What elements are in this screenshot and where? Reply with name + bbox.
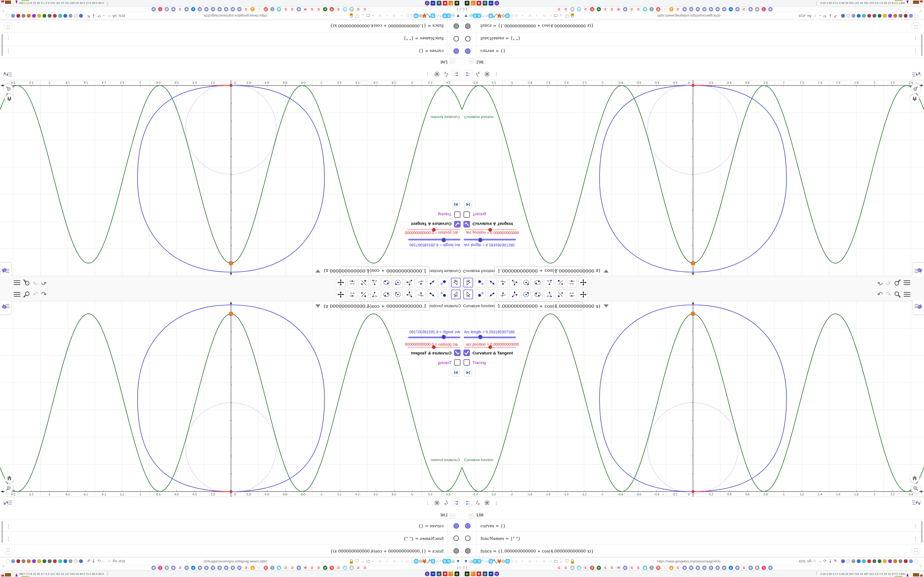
tab-favicon[interactable]: W: [303, 7, 308, 11]
extension-icon[interactable]: 🔒: [349, 559, 354, 564]
extension-icon[interactable]: [841, 559, 845, 563]
main-menu-button[interactable]: [904, 291, 910, 298]
taskbar-app-5[interactable]: 64: [431, 1, 435, 5]
tab-favicon[interactable]: ○: [257, 7, 262, 11]
tree-view-button[interactable]: [452, 499, 460, 507]
extension-icon[interactable]: [16, 559, 20, 563]
tab-favicon[interactable]: G: [564, 7, 568, 11]
curvature-tangent-checkbox[interactable]: [464, 221, 470, 227]
tab-favicon[interactable]: W: [303, 566, 308, 570]
extension-icon[interactable]: [877, 14, 882, 18]
circle-tool-button[interactable]: [393, 278, 403, 287]
undo-button[interactable]: ↶: [41, 291, 47, 298]
extension-icon[interactable]: [21, 14, 26, 18]
tab-favicon[interactable]: Я: [656, 7, 661, 11]
pencil-icon[interactable]: ✎: [834, 14, 837, 18]
taskbar-app-4[interactable]: ▦: [437, 572, 441, 576]
extension-icon[interactable]: [883, 14, 887, 18]
collapse-chevron-icon[interactable]: ⌃: [2, 565, 5, 569]
extension-icon[interactable]: ▼: [456, 13, 460, 18]
taskbar-app-firefox[interactable]: [471, 1, 475, 5]
fullscreen-button[interactable]: ⛶: [912, 23, 920, 31]
tab-favicon[interactable]: ✿: [689, 7, 693, 11]
extension-icon[interactable]: [904, 559, 908, 563]
extension-icon[interactable]: ◦: [534, 559, 539, 564]
point-tool-button[interactable]: A: [439, 278, 448, 287]
taskbar-app-6[interactable]: ツ: [494, 1, 499, 5]
search-button[interactable]: [894, 291, 901, 298]
translate-icon[interactable]: 🗚: [807, 559, 811, 563]
visibility-toggle-funcnames[interactable]: [454, 535, 459, 541]
algebra-row-curves[interactable]: curves = {}: [480, 524, 506, 529]
extension-icon[interactable]: [914, 14, 918, 18]
tab-favicon[interactable]: G: [336, 566, 341, 570]
taskbar-app-firefox[interactable]: [449, 1, 453, 5]
extension-icon[interactable]: ○: [392, 13, 397, 18]
collapse-list-button[interactable]: −: [450, 58, 455, 63]
tab-favicon[interactable]: G: [178, 566, 183, 570]
fx-button[interactable]: fx: [473, 499, 482, 507]
algebra-row-funcs[interactable]: funcs = {1.000000000000 + cos(4.00000000…: [480, 549, 594, 554]
extension-icon[interactable]: [898, 14, 903, 18]
arc-position-slider-thumb[interactable]: [488, 345, 492, 349]
extension-icon[interactable]: [893, 14, 897, 18]
arc-length-slider[interactable]: [408, 239, 460, 240]
curvature-tangent-checkbox[interactable]: [454, 350, 460, 356]
step-forward-button[interactable]: [452, 369, 460, 376]
tab-favicon[interactable]: ▲: [669, 7, 674, 11]
tab-favicon[interactable]: ✿: [768, 7, 773, 11]
tab-favicon[interactable]: ✿: [224, 7, 229, 11]
settings-button[interactable]: [433, 499, 441, 507]
tab-favicon[interactable]: ✿: [231, 7, 235, 11]
tab-favicon[interactable]: ✿: [722, 7, 727, 11]
tab-favicon[interactable]: G: [356, 566, 360, 570]
ellipse-tool-button[interactable]: [382, 290, 391, 299]
tab-favicon[interactable]: ✿: [211, 7, 215, 11]
tab-favicon[interactable]: G: [610, 7, 614, 11]
tab-favicon[interactable]: ✿: [715, 566, 720, 570]
extension-icon[interactable]: ◦: [399, 13, 404, 18]
extension-icon[interactable]: ⛉: [564, 13, 570, 18]
tab-favicon[interactable]: G: [583, 566, 588, 570]
line-tool-button[interactable]: [487, 278, 497, 287]
taskbar-app-4[interactable]: ▦: [483, 572, 487, 576]
extension-icon[interactable]: [904, 14, 908, 18]
tab-favicon[interactable]: ◍: [349, 566, 354, 570]
arc-length-slider-thumb[interactable]: [478, 238, 483, 242]
algebra-row-funcnames[interactable]: funcNames = {" "}: [404, 536, 444, 541]
tab-favicon[interactable]: f: [761, 7, 766, 11]
tab-favicon[interactable]: G: [630, 566, 634, 570]
move-view-tool-button[interactable]: [578, 290, 588, 299]
extension-icon[interactable]: ◦: [520, 13, 525, 18]
arc-position-slider-thumb[interactable]: [488, 228, 492, 232]
extension-icon[interactable]: [11, 559, 15, 563]
extension-icon[interactable]: ◍: [514, 559, 519, 564]
extension-icon[interactable]: ←: [559, 559, 564, 564]
extension-icon[interactable]: [867, 559, 871, 563]
step-forward-button[interactable]: [464, 369, 472, 376]
bookmark-star-icon[interactable]: ☆: [108, 559, 111, 563]
tab-favicon[interactable]: ✿: [623, 7, 628, 11]
algebra-row-curves[interactable]: curves = {}: [480, 48, 506, 53]
tab-favicon[interactable]: G: [564, 566, 568, 570]
algebra-view-button[interactable]: [3, 70, 13, 78]
forward-icon[interactable]: →: [818, 14, 822, 18]
extension-icon[interactable]: [58, 559, 62, 563]
tab-favicon[interactable]: i: [270, 566, 275, 570]
extension-icon[interactable]: [862, 559, 866, 563]
function-dropdown[interactable]: 1.000000000000 + cos(4.000000000000 x): [341, 301, 430, 311]
extension-icon[interactable]: ◦: [534, 13, 539, 18]
tab-favicon[interactable]: Я: [656, 566, 661, 570]
tab-favicon[interactable]: G: [362, 566, 367, 570]
pencil-icon[interactable]: ✎: [87, 14, 90, 18]
taskbar-app-firefox[interactable]: [471, 572, 475, 576]
reload-icon[interactable]: ⟳: [823, 559, 827, 563]
row-menu-curves[interactable]: ⋮: [6, 48, 11, 53]
extension-icon[interactable]: [48, 559, 52, 563]
address-bar-url[interactable]: https://www.geogebra.org/classic/aagcxh3…: [204, 14, 267, 18]
arc-length-slider[interactable]: [464, 337, 516, 338]
arc-position-slider-thumb[interactable]: [432, 228, 436, 232]
bookmark-star-icon[interactable]: ☆: [108, 14, 111, 18]
taskbar-app-firefox[interactable]: [449, 572, 453, 576]
tab-favicon[interactable]: ◍: [277, 7, 281, 11]
